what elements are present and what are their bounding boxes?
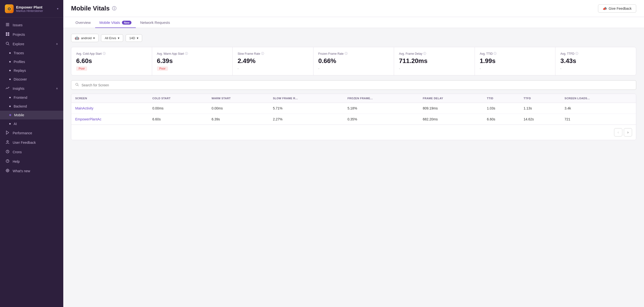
- svg-point-23: [76, 83, 78, 85]
- search-box[interactable]: [71, 80, 636, 90]
- env-filter[interactable]: All Envs ▾: [101, 34, 123, 42]
- cell-slow_frame_r-1: 2.27%: [269, 114, 344, 125]
- tab-network-requests[interactable]: Network Requests: [136, 17, 174, 28]
- sidebar-item-ai[interactable]: AI: [0, 119, 63, 128]
- give-feedback-button[interactable]: 📣 Give Feedback: [598, 4, 636, 13]
- metric-slow-frame-help-icon[interactable]: ⓘ: [261, 51, 264, 56]
- sidebar-org-chevron[interactable]: ▾: [57, 7, 58, 10]
- page-title-help-icon[interactable]: ⓘ: [112, 5, 116, 11]
- sidebar-item-label: Insights: [13, 87, 24, 90]
- page-title-text: Mobile Vitals: [71, 5, 110, 12]
- sidebar-item-frontend[interactable]: Frontend: [0, 93, 63, 102]
- sidebar-item-mobile[interactable]: Mobile: [0, 111, 63, 119]
- col-ttfd[interactable]: TTFD: [520, 94, 560, 103]
- sidebar-item-label: Help: [13, 160, 20, 163]
- projects-icon: [5, 32, 10, 37]
- cell-ttfd-1: 14.62s: [520, 114, 560, 125]
- sidebar-item-label: Backend: [14, 104, 27, 108]
- env-chevron-icon: ▾: [118, 36, 120, 40]
- feedback-button-label: Give Feedback: [609, 6, 632, 10]
- cell-warm_start-0: 0.00ms: [208, 103, 269, 114]
- svg-marker-12: [6, 131, 9, 134]
- sidebar-org-info: Empower Plant Markus Hintersteiner: [16, 5, 43, 13]
- metric-cold-start-label: Avg. Cold App Start ⓘ: [76, 51, 147, 56]
- period-filter[interactable]: 14D ▾: [126, 34, 142, 42]
- metric-frozen-frame: Frozen Frame Rate ⓘ 0.66% -: [314, 47, 394, 75]
- metric-ttid: Avg. TTID ⓘ 1.99s -: [475, 47, 556, 75]
- sidebar-header[interactable]: Empower Plant Markus Hintersteiner ▾: [0, 0, 63, 18]
- col-warm-start[interactable]: WARM START: [208, 94, 269, 103]
- sidebar-item-replays[interactable]: Replays: [0, 66, 63, 75]
- svg-rect-5: [6, 25, 9, 26]
- sidebar-item-backend[interactable]: Backend: [0, 102, 63, 111]
- sidebar-item-insights[interactable]: Insights ∧: [0, 84, 63, 93]
- sidebar-item-label: Profiles: [14, 60, 25, 64]
- sidebar-item-performance[interactable]: Performance: [0, 128, 63, 138]
- prev-page-button[interactable]: ‹: [614, 128, 622, 136]
- metric-ttid-help-icon[interactable]: ⓘ: [494, 51, 496, 56]
- metric-cold-start-help-icon[interactable]: ⓘ: [103, 51, 106, 56]
- metric-ttfd-help-icon[interactable]: ⓘ: [575, 51, 578, 56]
- metric-frame-delay-label: Avg. Frame Delay ⓘ: [399, 51, 470, 56]
- search-input[interactable]: [82, 83, 632, 87]
- metric-cold-start-status: Poor: [76, 66, 87, 71]
- svg-rect-6: [6, 32, 7, 34]
- cell-screen-0[interactable]: MainActivity: [71, 103, 148, 114]
- sidebar-item-profiles[interactable]: Profiles: [0, 57, 63, 66]
- sidebar-item-label: Explore: [13, 42, 24, 46]
- tab-mobile-vitals[interactable]: Mobile Vitals New: [95, 17, 136, 28]
- env-filter-label: All Envs: [105, 36, 116, 40]
- metric-warm-start-status: Poor: [157, 66, 168, 71]
- cell-screen-1[interactable]: EmpowerPlantAc: [71, 114, 148, 125]
- table-row: MainActivity0.00ms0.00ms5.71%5.18%809.19…: [71, 103, 636, 114]
- sidebar: Empower Plant Markus Hintersteiner ▾ Iss…: [0, 0, 63, 307]
- sidebar-org-name: Empower Plant: [16, 5, 43, 9]
- sidebar-item-traces[interactable]: Traces: [0, 49, 63, 57]
- metrics-row: Avg. Cold App Start ⓘ 6.60s Poor Avg. Wa…: [71, 47, 636, 75]
- cell-ttid-1: 6.60s: [483, 114, 520, 125]
- col-ttid[interactable]: TTID: [483, 94, 520, 103]
- search-row: [71, 80, 636, 90]
- metric-ttfd-value: 3.43s: [560, 57, 631, 65]
- topbar: Mobile Vitals ⓘ 📣 Give Feedback: [63, 0, 644, 17]
- sidebar-item-issues[interactable]: Issues: [0, 20, 63, 30]
- sidebar-item-help[interactable]: ? Help: [0, 157, 63, 166]
- insights-chevron: ∧: [56, 87, 58, 90]
- sidebar-item-crons[interactable]: Crons: [0, 147, 63, 157]
- android-icon: 🤖: [75, 36, 79, 40]
- next-page-button[interactable]: ›: [624, 128, 632, 136]
- metric-slow-frame: Slow Frame Rate ⓘ 2.49% -: [233, 47, 314, 75]
- metric-slow-frame-status: -: [238, 67, 238, 70]
- col-cold-start[interactable]: COLD START: [148, 94, 208, 103]
- svg-line-11: [8, 44, 9, 45]
- sidebar-item-label: AI: [14, 122, 17, 126]
- tab-network-requests-label: Network Requests: [140, 20, 170, 24]
- sidebar-item-user-feedback[interactable]: User Feedback: [0, 138, 63, 147]
- tab-bar: Overview Mobile Vitals New Network Reque…: [63, 17, 644, 28]
- metric-warm-start-value: 6.39s: [157, 57, 228, 65]
- metric-slow-frame-label: Slow Frame Rate ⓘ: [238, 51, 308, 56]
- metric-frozen-frame-help-icon[interactable]: ⓘ: [345, 51, 348, 56]
- svg-point-17: [6, 169, 9, 172]
- metric-frame-delay-value: 711.20ms: [399, 57, 470, 65]
- data-table-wrap: SCREEN COLD START WARM START SLOW FRAME …: [71, 94, 636, 140]
- metric-warm-start-help-icon[interactable]: ⓘ: [185, 51, 188, 56]
- col-frozen-frame[interactable]: FROZEN FRAME...: [344, 94, 419, 103]
- tab-overview[interactable]: Overview: [71, 17, 95, 28]
- sidebar-item-explore[interactable]: Explore ∧: [0, 39, 63, 49]
- sidebar-item-discover[interactable]: Discover: [0, 75, 63, 84]
- metric-frame-delay-help-icon[interactable]: ⓘ: [423, 51, 426, 56]
- platform-filter-label: android: [81, 36, 92, 40]
- col-screen-loads[interactable]: SCREEN LOADS...: [561, 94, 636, 103]
- cell-screen_loads-1: 721: [561, 114, 636, 125]
- svg-text:?: ?: [7, 160, 8, 163]
- metric-slow-frame-value: 2.49%: [238, 57, 308, 65]
- col-slow-frame[interactable]: SLOW FRAME R...: [269, 94, 344, 103]
- sidebar-item-whats-new[interactable]: What's new: [0, 166, 63, 176]
- metric-ttid-status: -: [480, 67, 481, 70]
- col-screen[interactable]: SCREEN: [71, 94, 148, 103]
- sidebar-item-projects[interactable]: Projects: [0, 30, 63, 39]
- col-frame-delay[interactable]: FRAME DELAY: [419, 94, 483, 103]
- platform-filter[interactable]: 🤖 android ▾: [71, 34, 98, 42]
- explore-icon: [5, 42, 10, 46]
